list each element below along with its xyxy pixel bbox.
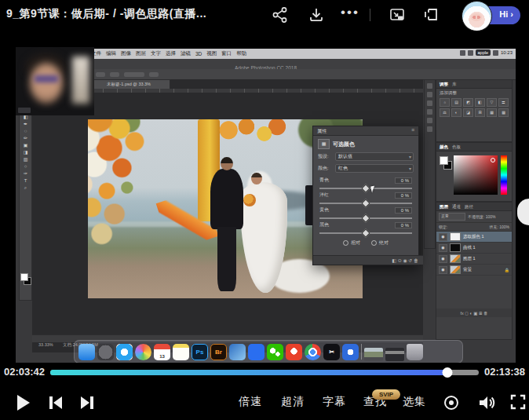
dock-icon-safari[interactable] <box>116 344 133 360</box>
tab-color[interactable]: 颜色 <box>440 143 448 151</box>
record-icon[interactable] <box>443 394 460 411</box>
preset-select[interactable]: 默认值▾ <box>335 152 414 161</box>
stamp-tool-icon[interactable]: ▣ <box>24 143 28 148</box>
heal-tool-icon[interactable]: ◌ <box>24 129 27 133</box>
vibrance-adjustment-icon[interactable]: ▽ <box>487 98 497 107</box>
slider-track[interactable] <box>319 203 412 204</box>
side-drawer-handle[interactable] <box>517 199 529 225</box>
properties-footer[interactable]: ◧ ⊙ ◉ ↺ 🗑 <box>313 255 423 265</box>
pen-tool-icon[interactable]: ✑ <box>24 171 27 176</box>
tab-adjustments[interactable]: 调整 <box>440 80 448 88</box>
dock-minimized-window[interactable] <box>385 348 404 361</box>
layer-mask-thumbnail[interactable] <box>450 243 461 252</box>
dock-icon-photos[interactable] <box>135 344 151 360</box>
color-foreground-swatch[interactable] <box>440 156 448 165</box>
dock-icon-netdisk[interactable] <box>248 344 264 360</box>
layer-thumbnail[interactable] <box>450 254 461 263</box>
menu-item[interactable]: 编辑 <box>106 50 116 57</box>
slider-value[interactable]: 0 % <box>395 207 412 214</box>
dock-icon-finder[interactable] <box>78 344 95 360</box>
color-select[interactable]: 红色▾ <box>335 164 414 173</box>
panel-icon[interactable] <box>427 83 432 89</box>
colorbalance-adjustment-icon[interactable]: ⚖ <box>440 108 450 117</box>
subtitle-button[interactable]: 字幕 <box>323 395 346 409</box>
tab-channels[interactable]: 通道 <box>452 203 461 210</box>
cast-icon[interactable] <box>422 6 440 24</box>
menu-item[interactable]: 窗口 <box>221 50 232 57</box>
hue-strip[interactable] <box>501 155 507 195</box>
dock-icon-trash[interactable] <box>407 344 423 360</box>
panel-icon[interactable] <box>427 126 432 132</box>
dock-icon-calendar[interactable]: 13 <box>154 344 170 360</box>
dock-icon-preview[interactable] <box>229 344 246 360</box>
progress-thumb[interactable] <box>443 367 453 378</box>
curves-adjustment-icon[interactable]: ◩ <box>463 98 473 107</box>
foreground-color-swatch[interactable] <box>20 273 28 281</box>
dock-icon-capcut[interactable]: ✂ <box>323 344 340 360</box>
dock-icon-photoshop[interactable]: Ps <box>192 344 208 360</box>
dock-icon-bridge[interactable]: Br <box>210 344 227 360</box>
episodes-button[interactable]: 选集 <box>403 395 426 409</box>
progress-bar[interactable] <box>50 370 479 375</box>
footer-icons[interactable]: ◧ ⊙ ◉ ↺ 🗑 <box>392 257 418 263</box>
volume-icon[interactable] <box>477 394 496 411</box>
layer-row-background[interactable]: ◉ 背景 🔒 <box>436 265 512 276</box>
menu-item[interactable]: 帮助 <box>236 50 246 57</box>
previous-episode-button[interactable] <box>47 395 64 411</box>
menu-item[interactable]: 图层 <box>136 50 146 57</box>
brightness-adjustment-icon[interactable]: ☼ <box>440 98 450 107</box>
menu-item[interactable]: 视图 <box>206 50 217 57</box>
dock-icon-notes[interactable] <box>173 344 189 360</box>
slider-thumb[interactable] <box>361 228 370 237</box>
opacity-label[interactable]: 不透明度: 100% <box>468 214 496 219</box>
exposure-adjustment-icon[interactable]: ◧ <box>475 98 485 107</box>
more-icon[interactable]: ••• <box>341 5 358 22</box>
slider-track[interactable] <box>319 232 412 234</box>
fill-label[interactable]: 填充: 100% <box>489 225 509 229</box>
blend-mode-select[interactable]: 正常 <box>439 213 465 221</box>
download-icon[interactable] <box>308 6 325 24</box>
visibility-eye-icon[interactable]: ◉ <box>439 255 447 263</box>
properties-header[interactable]: 属性 ≡ <box>313 126 418 136</box>
slider-track[interactable] <box>319 188 412 189</box>
tab-paths[interactable]: 路径 <box>465 203 473 210</box>
panel-menu-icon[interactable]: ≡ <box>411 127 414 133</box>
zoom-tool-icon[interactable]: ⌕ <box>24 185 27 190</box>
dock-icon-chrome[interactable] <box>305 344 321 360</box>
layer-mask-thumbnail[interactable] <box>450 232 461 241</box>
relative-radio[interactable]: 相对 <box>343 239 360 247</box>
slider-value[interactable]: 0 % <box>395 177 412 184</box>
eyedropper-tool-icon[interactable]: ✒ <box>24 122 27 126</box>
slider-value[interactable]: 0 % <box>395 192 412 199</box>
zoom-level[interactable]: 33.33% <box>38 342 53 347</box>
dock-minimized-window[interactable] <box>364 348 383 361</box>
panel-icon[interactable] <box>427 118 432 123</box>
layers-footer[interactable]: fx ◻ ◐ ▣ ⊞ 🗑 <box>436 309 512 317</box>
avatar[interactable] <box>462 1 492 31</box>
play-button[interactable] <box>14 393 31 412</box>
next-episode-button[interactable] <box>78 395 96 411</box>
lookup-adjustment-icon[interactable]: ▦ <box>487 108 497 117</box>
color-field[interactable] <box>454 155 498 195</box>
layer-row-curves[interactable]: ◉ 曲线 1 <box>436 243 512 254</box>
menu-item[interactable]: 选择 <box>166 50 176 57</box>
tab-layers[interactable]: 图层 <box>440 203 448 210</box>
layer-row-selective-color[interactable]: ◉ 选取颜色 1 <box>436 232 512 243</box>
menu-item[interactable]: 滤镜 <box>181 50 191 57</box>
menu-item[interactable]: 文字 <box>151 50 161 57</box>
hue-adjustment-icon[interactable]: 〓 <box>498 98 509 107</box>
slider-track[interactable] <box>319 217 412 219</box>
layer-row-layer1[interactable]: ◉ 图层 1 <box>436 254 512 265</box>
dock-icon-launchpad[interactable] <box>97 344 114 360</box>
bw-adjustment-icon[interactable]: ◐ <box>451 108 462 117</box>
panel-icon[interactable] <box>427 109 432 115</box>
selectivecolor-adjustment-icon[interactable]: ▩ <box>498 108 509 117</box>
visibility-eye-icon[interactable]: ◉ <box>439 244 447 252</box>
dock-icon-video-app[interactable] <box>342 344 359 360</box>
speed-button[interactable]: 倍速 <box>239 395 262 409</box>
absolute-radio[interactable]: 绝对 <box>371 239 389 247</box>
gradient-tool-icon[interactable]: ▥ <box>24 157 28 162</box>
slider-value[interactable]: 0 % <box>395 222 412 228</box>
brush-tool-icon[interactable]: ✏ <box>24 136 27 141</box>
tab-libraries[interactable]: 库 <box>452 80 457 88</box>
